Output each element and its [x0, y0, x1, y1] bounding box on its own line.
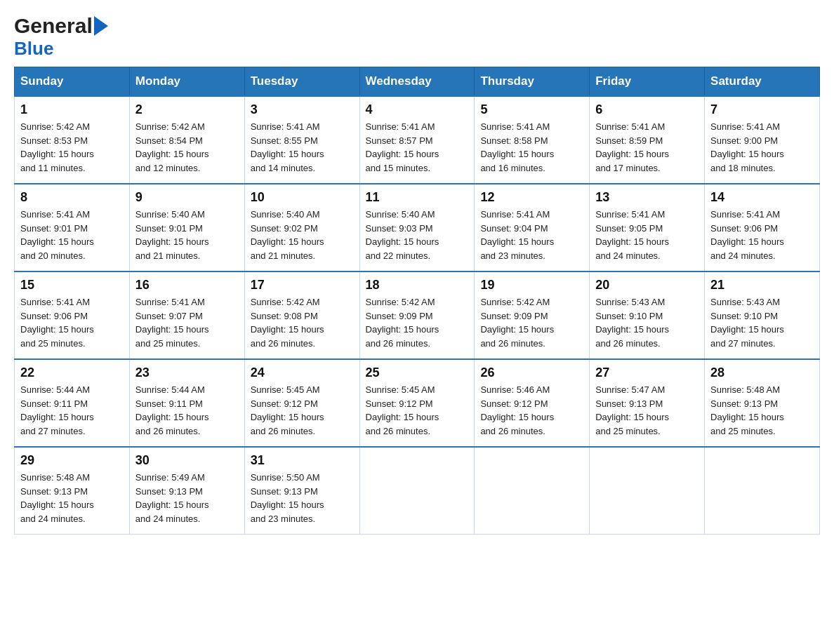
- calendar-cell: 13Sunrise: 5:41 AMSunset: 9:05 PMDayligh…: [590, 184, 705, 271]
- calendar-week-row: 1Sunrise: 5:42 AMSunset: 8:53 PMDaylight…: [15, 96, 820, 184]
- calendar-cell: 10Sunrise: 5:40 AMSunset: 9:02 PMDayligh…: [244, 184, 359, 271]
- calendar-cell: 28Sunrise: 5:48 AMSunset: 9:13 PMDayligh…: [705, 359, 820, 447]
- day-number: 1: [20, 102, 124, 117]
- calendar-cell: 20Sunrise: 5:43 AMSunset: 9:10 PMDayligh…: [590, 271, 705, 359]
- day-number: 5: [480, 102, 583, 117]
- calendar-cell: 30Sunrise: 5:49 AMSunset: 9:13 PMDayligh…: [129, 447, 244, 535]
- calendar-cell: 31Sunrise: 5:50 AMSunset: 9:13 PMDayligh…: [244, 447, 359, 535]
- calendar-cell: 12Sunrise: 5:41 AMSunset: 9:04 PMDayligh…: [475, 184, 590, 271]
- day-number: 4: [366, 102, 469, 117]
- day-number: 7: [710, 102, 814, 117]
- day-number: 17: [251, 278, 354, 293]
- day-number: 12: [480, 190, 583, 205]
- day-info: Sunrise: 5:41 AMSunset: 8:57 PMDaylight:…: [366, 120, 469, 175]
- day-number: 8: [20, 190, 124, 205]
- calendar-cell: 3Sunrise: 5:41 AMSunset: 8:55 PMDaylight…: [244, 96, 359, 184]
- day-info: Sunrise: 5:41 AMSunset: 9:06 PMDaylight:…: [710, 208, 814, 262]
- day-info: Sunrise: 5:43 AMSunset: 9:10 PMDaylight:…: [710, 295, 814, 350]
- calendar-week-row: 22Sunrise: 5:44 AMSunset: 9:11 PMDayligh…: [15, 359, 820, 447]
- page-header: General Blue: [14, 14, 820, 60]
- day-number: 28: [710, 365, 814, 380]
- calendar-cell: [590, 447, 705, 535]
- day-number: 13: [595, 190, 699, 205]
- day-number: 19: [480, 278, 583, 293]
- svg-marker-0: [94, 16, 108, 36]
- day-number: 9: [135, 190, 239, 205]
- day-number: 2: [135, 102, 239, 117]
- logo-general-text: General: [14, 14, 93, 38]
- day-info: Sunrise: 5:41 AMSunset: 9:07 PMDaylight:…: [135, 295, 239, 350]
- day-number: 10: [251, 190, 354, 205]
- day-info: Sunrise: 5:42 AMSunset: 9:08 PMDaylight:…: [251, 295, 354, 350]
- day-info: Sunrise: 5:42 AMSunset: 8:53 PMDaylight:…: [20, 120, 124, 175]
- calendar-cell: [475, 447, 590, 535]
- day-number: 23: [135, 365, 239, 380]
- calendar-cell: 23Sunrise: 5:44 AMSunset: 9:11 PMDayligh…: [129, 359, 244, 447]
- day-number: 24: [251, 365, 354, 380]
- day-number: 27: [595, 365, 699, 380]
- day-number: 31: [251, 453, 354, 468]
- calendar-cell: 22Sunrise: 5:44 AMSunset: 9:11 PMDayligh…: [15, 359, 130, 447]
- day-number: 15: [20, 278, 124, 293]
- weekday-header-tuesday: Tuesday: [244, 67, 359, 97]
- calendar-week-row: 29Sunrise: 5:48 AMSunset: 9:13 PMDayligh…: [15, 447, 820, 535]
- weekday-header-sunday: Sunday: [15, 67, 130, 97]
- day-info: Sunrise: 5:40 AMSunset: 9:02 PMDaylight:…: [251, 208, 354, 262]
- calendar-cell: 16Sunrise: 5:41 AMSunset: 9:07 PMDayligh…: [129, 271, 244, 359]
- day-info: Sunrise: 5:46 AMSunset: 9:12 PMDaylight:…: [480, 383, 583, 438]
- day-info: Sunrise: 5:41 AMSunset: 8:59 PMDaylight:…: [595, 120, 699, 175]
- calendar-cell: 25Sunrise: 5:45 AMSunset: 9:12 PMDayligh…: [359, 359, 475, 447]
- day-info: Sunrise: 5:41 AMSunset: 9:06 PMDaylight:…: [20, 295, 124, 350]
- calendar-cell: 19Sunrise: 5:42 AMSunset: 9:09 PMDayligh…: [475, 271, 590, 359]
- calendar-cell: 24Sunrise: 5:45 AMSunset: 9:12 PMDayligh…: [244, 359, 359, 447]
- calendar-cell: 15Sunrise: 5:41 AMSunset: 9:06 PMDayligh…: [15, 271, 130, 359]
- day-info: Sunrise: 5:47 AMSunset: 9:13 PMDaylight:…: [595, 383, 699, 438]
- calendar-cell: [705, 447, 820, 535]
- day-info: Sunrise: 5:40 AMSunset: 9:03 PMDaylight:…: [366, 208, 469, 262]
- day-info: Sunrise: 5:41 AMSunset: 9:04 PMDaylight:…: [480, 208, 583, 262]
- calendar-cell: 27Sunrise: 5:47 AMSunset: 9:13 PMDayligh…: [590, 359, 705, 447]
- day-info: Sunrise: 5:48 AMSunset: 9:13 PMDaylight:…: [20, 471, 124, 525]
- weekday-header-thursday: Thursday: [475, 67, 590, 97]
- calendar-cell: 18Sunrise: 5:42 AMSunset: 9:09 PMDayligh…: [359, 271, 475, 359]
- calendar-cell: 8Sunrise: 5:41 AMSunset: 9:01 PMDaylight…: [15, 184, 130, 271]
- calendar-cell: 2Sunrise: 5:42 AMSunset: 8:54 PMDaylight…: [129, 96, 244, 184]
- day-number: 26: [480, 365, 583, 380]
- calendar-table: SundayMondayTuesdayWednesdayThursdayFrid…: [14, 67, 820, 535]
- day-info: Sunrise: 5:45 AMSunset: 9:12 PMDaylight:…: [366, 383, 469, 438]
- calendar-cell: 26Sunrise: 5:46 AMSunset: 9:12 PMDayligh…: [475, 359, 590, 447]
- calendar-cell: 4Sunrise: 5:41 AMSunset: 8:57 PMDaylight…: [359, 96, 475, 184]
- day-number: 20: [595, 278, 699, 293]
- calendar-cell: 1Sunrise: 5:42 AMSunset: 8:53 PMDaylight…: [15, 96, 130, 184]
- calendar-cell: 6Sunrise: 5:41 AMSunset: 8:59 PMDaylight…: [590, 96, 705, 184]
- day-info: Sunrise: 5:41 AMSunset: 8:58 PMDaylight:…: [480, 120, 583, 175]
- day-number: 14: [710, 190, 814, 205]
- day-number: 18: [366, 278, 469, 293]
- day-number: 16: [135, 278, 239, 293]
- day-number: 25: [366, 365, 469, 380]
- weekday-header-wednesday: Wednesday: [359, 67, 475, 97]
- calendar-week-row: 15Sunrise: 5:41 AMSunset: 9:06 PMDayligh…: [15, 271, 820, 359]
- day-info: Sunrise: 5:50 AMSunset: 9:13 PMDaylight:…: [251, 471, 354, 525]
- logo-arrow-icon: [94, 16, 110, 36]
- day-info: Sunrise: 5:48 AMSunset: 9:13 PMDaylight:…: [710, 383, 814, 438]
- day-number: 6: [595, 102, 699, 117]
- logo-blue-text: Blue: [14, 38, 53, 60]
- day-number: 29: [20, 453, 124, 468]
- day-info: Sunrise: 5:41 AMSunset: 8:55 PMDaylight:…: [251, 120, 354, 175]
- calendar-week-row: 8Sunrise: 5:41 AMSunset: 9:01 PMDaylight…: [15, 184, 820, 271]
- weekday-header-friday: Friday: [590, 67, 705, 97]
- day-number: 30: [135, 453, 239, 468]
- calendar-cell: 7Sunrise: 5:41 AMSunset: 9:00 PMDaylight…: [705, 96, 820, 184]
- day-info: Sunrise: 5:49 AMSunset: 9:13 PMDaylight:…: [135, 471, 239, 525]
- calendar-cell: 21Sunrise: 5:43 AMSunset: 9:10 PMDayligh…: [705, 271, 820, 359]
- day-info: Sunrise: 5:41 AMSunset: 9:05 PMDaylight:…: [595, 208, 699, 262]
- weekday-header-saturday: Saturday: [705, 67, 820, 97]
- day-info: Sunrise: 5:42 AMSunset: 8:54 PMDaylight:…: [135, 120, 239, 175]
- day-number: 3: [251, 102, 354, 117]
- logo: General Blue: [14, 14, 111, 60]
- day-number: 21: [710, 278, 814, 293]
- day-info: Sunrise: 5:41 AMSunset: 9:01 PMDaylight:…: [20, 208, 124, 262]
- day-info: Sunrise: 5:42 AMSunset: 9:09 PMDaylight:…: [480, 295, 583, 350]
- day-info: Sunrise: 5:45 AMSunset: 9:12 PMDaylight:…: [251, 383, 354, 438]
